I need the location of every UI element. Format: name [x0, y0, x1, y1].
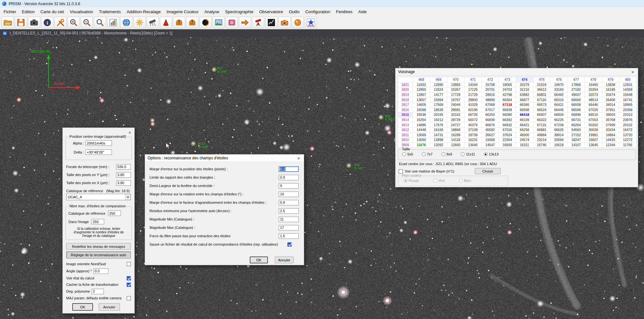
menu-item[interactable]: Imagerie Couleur: [164, 8, 202, 15]
column-header: 474: [516, 77, 533, 82]
menu-item[interactable]: Configuration: [303, 8, 333, 15]
save-icon[interactable]: [15, 17, 27, 28]
ok-button[interactable]: OK: [250, 257, 268, 263]
close-icon[interactable]: ×: [628, 68, 638, 75]
pixel-value: 66876: [482, 122, 499, 127]
pixel-value: 66322: [533, 117, 550, 122]
menu-item[interactable]: Carte du ciel: [38, 8, 67, 15]
delta-label: Delta :: [68, 150, 84, 154]
option-input[interactable]: 11: [279, 217, 299, 222]
pixel-value: 11833: [413, 82, 430, 87]
cacher-fiche-checkbox[interactable]: [127, 283, 131, 287]
camera2-icon[interactable]: [278, 17, 291, 28]
catalog-ref-field[interactable]: 250: [108, 211, 121, 216]
eclipse-icon[interactable]: [199, 17, 212, 28]
cancel-button[interactable]: Annuler: [99, 303, 120, 311]
image-titlebar: t_DENTELLES_L_[2021_11_05]-04-001 | 9576…: [0, 29, 644, 37]
menu-item[interactable]: Analyse: [202, 8, 222, 15]
row-header: 3812: [398, 127, 413, 132]
save-result-checkbox[interactable]: [287, 242, 292, 247]
arrow-icon[interactable]: [239, 17, 251, 28]
option-input[interactable]: 0.9: [279, 200, 299, 205]
focale-field[interactable]: 536.0: [116, 164, 131, 170]
info-icon[interactable]: i: [41, 17, 53, 28]
angle-field[interactable]: 0.0: [94, 268, 108, 274]
tools-icon[interactable]: [54, 17, 67, 28]
voir-etat-checkbox[interactable]: [127, 276, 131, 280]
camera-icon[interactable]: [28, 17, 40, 28]
zoom-window-icon[interactable]: [94, 17, 106, 28]
ball-icon[interactable]: [292, 17, 304, 28]
image-icon[interactable]: [213, 17, 225, 28]
telescope-icon[interactable]: [147, 17, 159, 28]
close-icon[interactable]: ×: [128, 130, 131, 135]
dialog-title: Options : reconnaissance des champs d'ét…: [148, 156, 228, 160]
nord-sud-checkbox[interactable]: [127, 262, 131, 266]
open-folder-icon[interactable]: [2, 17, 14, 28]
menu-item[interactable]: Visualisation: [67, 8, 96, 15]
menu-item[interactable]: Observatoire: [256, 8, 286, 15]
ok-button[interactable]: OK: [72, 303, 93, 311]
pixel-x-field[interactable]: 3.80: [116, 180, 131, 186]
zoom-out-icon[interactable]: [81, 17, 93, 28]
option-input[interactable]: 2.5: [279, 208, 299, 214]
reglage-reconnaissance-button[interactable]: Réglage de la reconnaissance auto: [66, 251, 131, 258]
dans-image-field[interactable]: 250: [91, 219, 104, 224]
ccd-sensor-icon[interactable]: [226, 17, 238, 28]
focus-icon[interactable]: FOCUS: [305, 17, 317, 28]
cancel-button[interactable]: Annuler: [275, 257, 294, 263]
globe-icon[interactable]: [120, 17, 132, 28]
menu-item[interactable]: Edition: [19, 8, 38, 15]
pixel-value: 41029: [464, 102, 482, 107]
close-icon[interactable]: ×: [294, 155, 304, 162]
catalog-select[interactable]: UCAC_4: [66, 194, 131, 200]
nord-sud-label: Image orientée Nord/Sud: [66, 262, 106, 266]
zoom-in-icon[interactable]: [68, 17, 80, 28]
option-row: Residus minimums pour l'astrometrie auto…: [150, 207, 299, 215]
bayer-checkbox[interactable]: [399, 169, 403, 174]
delta-field[interactable]: +30°48'28": [86, 149, 112, 155]
menu-item[interactable]: Outils: [286, 8, 302, 15]
pixel-value: 26406: [602, 97, 619, 102]
maj-param-checkbox[interactable]: [127, 296, 131, 300]
menu-item[interactable]: Fenêtres: [333, 8, 355, 15]
menu-item[interactable]: Fichier: [1, 8, 19, 15]
pixel-value: 20358: [619, 107, 637, 112]
radio-13x13[interactable]: 13x13: [484, 152, 499, 156]
radio-11x11[interactable]: 11x11: [461, 152, 475, 156]
alpha-field[interactable]: 20h51m40s: [86, 140, 112, 146]
option-label: Magnitude Max (Catalogue) :: [150, 226, 195, 230]
planet-cone-icon[interactable]: [160, 17, 172, 28]
option-input[interactable]: 9: [279, 183, 299, 189]
option-input[interactable]: 17: [279, 225, 299, 230]
dome2-icon[interactable]: [186, 17, 198, 28]
option-label: Magnitude Min (Catalogue) :: [150, 217, 194, 221]
chevron-down-icon[interactable]: [125, 194, 131, 200]
menu-item[interactable]: Traitements: [96, 8, 124, 15]
radio-5x5[interactable]: 5x5: [402, 152, 413, 156]
pixel-value: 66445: [550, 107, 568, 112]
option-input[interactable]: 0.9: [279, 175, 299, 180]
pixel-y-field[interactable]: 3.80: [116, 172, 131, 178]
voir-etat-label: Voir état du calcul: [66, 276, 94, 280]
menu-item[interactable]: Aide: [355, 8, 369, 15]
histogram-icon[interactable]: [107, 17, 119, 28]
radio-7x7[interactable]: 7x7: [422, 152, 433, 156]
choisir-button[interactable]: Choisir: [475, 168, 501, 174]
option-input[interactable]: 1.5: [279, 233, 299, 239]
redefinir-messages-button[interactable]: Redefinir les niveau de messages: [66, 243, 131, 250]
dome-icon[interactable]: [173, 17, 185, 28]
pixel-value: 20701: [482, 87, 499, 92]
menu-item[interactable]: Addition-Recalage: [124, 8, 164, 15]
sun-icon[interactable]: [133, 17, 146, 28]
option-label: Demi-Largeur de la fenêtre du centroïde …: [150, 184, 214, 188]
menu-item[interactable]: Spectrographie: [222, 8, 256, 15]
mount-icon[interactable]: [252, 17, 264, 28]
option-input[interactable]: 0.3: [279, 166, 299, 172]
graph-icon[interactable]: [265, 17, 277, 28]
pixel-value: 66836: [482, 117, 499, 122]
option-input[interactable]: 10: [279, 192, 299, 197]
deg-polynome-field[interactable]: 2: [92, 289, 104, 294]
pixel-value: 66492: [550, 92, 568, 97]
radio-9x9[interactable]: 9x9: [441, 152, 452, 156]
